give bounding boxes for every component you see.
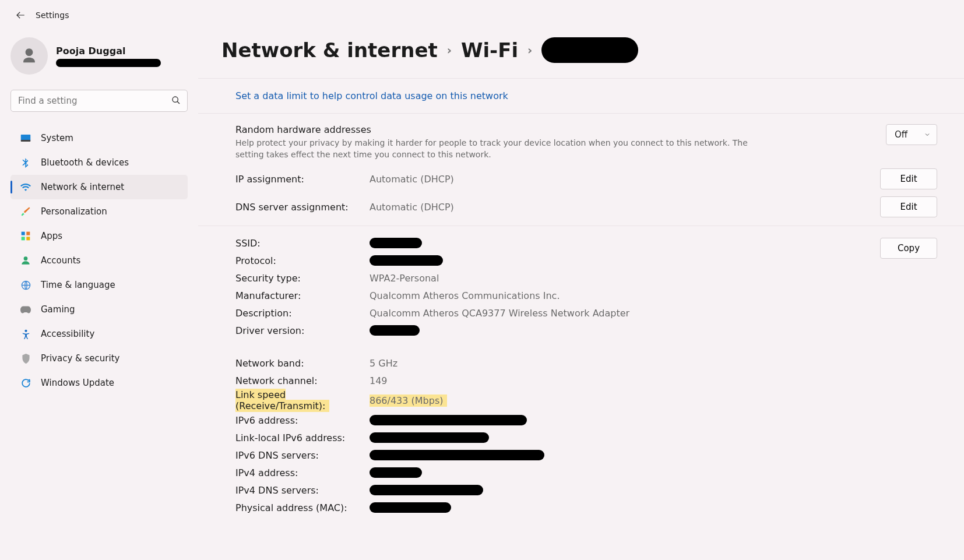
ssid-value-redacted [370,238,422,248]
profile-block[interactable]: Pooja Duggal [10,35,188,90]
sidebar-item-time-language[interactable]: Time & language [10,273,188,297]
dns-assignment-value: Automatic (DHCP) [370,202,880,213]
search-icon [171,96,181,107]
sidebar-item-accounts[interactable]: Accounts [10,248,188,273]
wifi-icon [19,183,33,191]
dns-assignment-edit-button[interactable]: Edit [880,196,937,217]
gaming-icon [19,306,33,314]
profile-name: Pooja Duggal [56,45,161,57]
random-hw-desc: Help protect your privacy by making it h… [235,138,748,160]
driver-version-label: Driver version: [235,325,370,336]
protocol-value-redacted [370,255,443,266]
data-limit-row: Set a data limit to help control data us… [198,79,964,114]
breadcrumb-network-redacted [541,37,638,63]
breadcrumb: Network & internet › Wi-Fi › [198,37,964,63]
security-type-label: Security type: [235,273,370,284]
ipv4-address-label: IPv4 address: [235,467,370,478]
sidebar-item-privacy[interactable]: Privacy & security [10,346,188,371]
avatar [10,37,48,75]
chevron-right-icon: › [447,43,452,57]
sidebar-item-apps[interactable]: Apps [10,224,188,248]
app-title: Settings [36,10,69,20]
sidebar-item-label: Gaming [41,304,75,315]
breadcrumb-wifi[interactable]: Wi-Fi [461,38,518,62]
profile-email-redacted [56,59,161,67]
ip-assignment-row: IP assignment: Automatic (DHCP) Edit [198,165,964,193]
ipv6-address-value-redacted [370,415,527,425]
random-hw-dropdown[interactable]: Off [886,124,937,145]
search-box-wrap [10,90,188,112]
sidebar-item-label: Privacy & security [41,353,119,364]
sidebar-item-label: System [41,133,73,143]
mac-address-value-redacted [370,502,451,513]
dns-assignment-label: DNS server assignment: [235,202,370,213]
ssid-label: SSID: [235,238,370,249]
sidebar-item-label: Bluetooth & devices [41,157,129,168]
network-channel-label: Network channel: [235,375,370,386]
sidebar-item-label: Personalization [41,206,107,217]
sidebar-item-label: Network & internet [41,182,124,192]
globe-icon [19,280,33,290]
paintbrush-icon [19,206,33,217]
protocol-label: Protocol: [235,255,370,266]
sidebar-item-label: Time & language [41,280,115,290]
accessibility-icon [19,329,33,339]
back-button[interactable] [9,3,32,27]
person-icon [19,46,39,66]
sidebar-item-personalization[interactable]: Personalization [10,199,188,224]
sidebar-item-label: Accounts [41,255,80,266]
sidebar-item-label: Accessibility [41,329,94,339]
ipv6-dns-label: IPv6 DNS servers: [235,450,370,461]
sidebar-item-gaming[interactable]: Gaming [10,297,188,322]
sidebar-item-system[interactable]: System [10,126,188,150]
copy-button[interactable]: Copy [880,238,937,259]
sidebar-item-accessibility[interactable]: Accessibility [10,322,188,346]
ip-assignment-edit-button[interactable]: Edit [880,168,937,189]
sidebar-item-label: Apps [41,231,62,241]
svg-rect-4 [26,232,30,235]
network-channel-value: 149 [370,375,880,386]
svg-point-7 [24,256,28,260]
chevron-right-icon: › [527,43,532,57]
manufacturer-value: Qualcomm Atheros Communications Inc. [370,290,880,301]
person-green-icon [19,256,33,265]
dns-assignment-row: DNS server assignment: Automatic (DHCP) … [198,193,964,221]
link-speed-label: Link speed (Receive/Transmit): [235,389,329,412]
random-hw-heading: Random hardware addresses [235,124,874,135]
update-icon [19,378,33,388]
sidebar-item-windows-update[interactable]: Windows Update [10,371,188,395]
svg-rect-2 [21,140,31,142]
random-hardware-row: Random hardware addresses Help protect y… [198,114,964,165]
manufacturer-label: Manufacturer: [235,290,370,301]
mac-address-label: Physical address (MAC): [235,502,370,513]
sidebar-item-label: Windows Update [41,378,114,388]
dropdown-value: Off [895,129,907,140]
svg-point-9 [24,329,27,332]
ipv4-dns-label: IPv4 DNS servers: [235,485,370,496]
svg-rect-1 [21,135,31,141]
driver-version-value-redacted [370,325,420,336]
ipv4-dns-value-redacted [370,485,483,495]
link-local-ipv6-label: Link-local IPv6 address: [235,432,370,443]
data-limit-link[interactable]: Set a data limit to help control data us… [235,90,508,101]
back-arrow-icon [15,10,26,20]
network-band-value: 5 GHz [370,358,880,369]
network-band-label: Network band: [235,358,370,369]
display-icon [19,134,33,142]
link-speed-value: 866/433 (Mbps) [370,395,447,407]
ipv4-address-value-redacted [370,467,422,478]
shield-icon [19,354,33,364]
svg-rect-5 [22,237,25,240]
breadcrumb-parent[interactable]: Network & internet [221,38,438,62]
bluetooth-icon [19,157,33,168]
sidebar-nav: System Bluetooth & devices Network & int… [10,126,188,395]
sidebar-item-bluetooth[interactable]: Bluetooth & devices [10,150,188,175]
sidebar-item-network[interactable]: Network & internet [10,175,188,199]
ipv6-dns-value-redacted [370,450,544,460]
chevron-down-icon [924,131,931,138]
link-local-ipv6-value-redacted [370,432,489,443]
svg-point-0 [173,97,178,102]
ip-assignment-label: IP assignment: [235,174,370,185]
search-input[interactable] [10,90,188,112]
ipv6-address-label: IPv6 address: [235,415,370,426]
